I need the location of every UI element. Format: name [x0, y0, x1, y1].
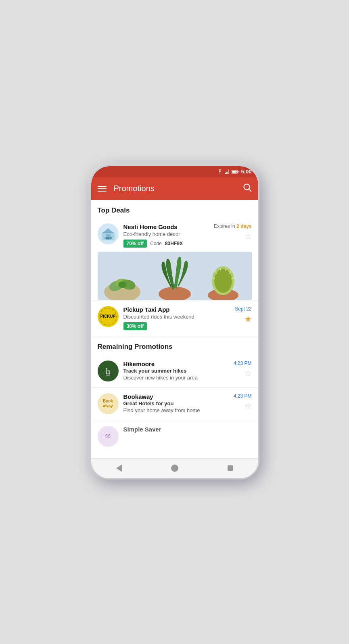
pickup-logo-text: PICKUP	[100, 314, 116, 319]
hikemoore-star[interactable]: ☆	[234, 369, 252, 378]
hikemoore-logo: h	[98, 361, 119, 381]
nesti-star[interactable]: ☆	[214, 231, 251, 241]
back-icon	[116, 465, 122, 472]
simple-saver-name: Simple Saver	[123, 426, 252, 433]
hikemoore-subtitle: Track your summer hikes	[123, 368, 229, 374]
phone-frame: 5:00 Promotions Top Deals	[90, 165, 259, 479]
menu-button[interactable]	[98, 186, 107, 192]
nesti-meta: Expires in 2 days ☆	[214, 223, 251, 241]
pickup-star[interactable]: ★	[235, 314, 251, 324]
bookaway-logo: Book away	[98, 393, 119, 414]
bookaway-desc: Find your home away from home	[123, 407, 229, 413]
simple-saver-info: Simple Saver	[123, 426, 252, 433]
svg-rect-4	[232, 171, 237, 173]
bookaway-meta: 4:23 PM ☆	[234, 393, 252, 411]
hikemoore-name: Hikemoore	[123, 361, 229, 367]
simple-saver-logo: SS	[98, 426, 119, 447]
search-button[interactable]	[243, 183, 252, 194]
recent-button[interactable]	[223, 461, 238, 475]
bookaway-info: Bookaway Great Hotels for you Find your …	[123, 393, 229, 413]
pickup-desc: Discounted rides this weekend	[123, 314, 230, 320]
bottom-nav	[91, 458, 258, 478]
svg-text:NESTI: NESTI	[104, 237, 112, 239]
hikemoore-letter: h	[106, 366, 110, 376]
nesti-logo: NESTI	[98, 223, 119, 244]
svg-marker-1	[226, 172, 228, 174]
pickup-promo-item[interactable]: PICKUP Pickup Taxi App Discounted rides …	[91, 300, 258, 336]
bookaway-name: Bookaway	[123, 393, 229, 400]
svg-rect-5	[238, 171, 239, 172]
signal-icon	[225, 169, 230, 174]
status-bar: 5:00	[91, 166, 258, 177]
home-button[interactable]	[167, 461, 182, 475]
bookaway-star[interactable]: ☆	[234, 401, 252, 411]
svg-point-16	[118, 281, 126, 288]
nesti-image	[98, 252, 252, 300]
svg-marker-2	[228, 169, 229, 174]
nesti-expires: Expires in 2 days	[214, 223, 251, 229]
remaining-promotions-title: Remaining Promotions	[91, 336, 258, 355]
nesti-days: 2 days	[236, 223, 251, 229]
pickup-discount: 30% off	[123, 322, 147, 330]
hikemoore-meta: 4:23 PM ☆	[234, 361, 252, 378]
page-title: Promotions	[114, 184, 243, 193]
nesti-code-label: Code	[150, 241, 162, 246]
pickup-info: Pickup Taxi App Discounted rides this we…	[123, 306, 230, 330]
top-deals-title: Top Deals	[91, 200, 258, 219]
pickup-date: Sept 22	[235, 306, 251, 312]
bookaway-promo-item[interactable]: Book away Bookaway Great Hotels for you …	[91, 388, 258, 420]
nesti-info: Nesti Home Goods Eco-friendly home decor…	[123, 223, 209, 248]
bookaway-subtitle: Great Hotels for you	[123, 400, 229, 406]
hikemoore-promo-item[interactable]: h Hikemoore Track your summer hikes Disc…	[91, 355, 258, 388]
back-button[interactable]	[112, 461, 126, 475]
content-area: Top Deals NESTI Nesti Home Goods E	[91, 200, 258, 458]
bookaway-logo-text: Book away	[103, 399, 113, 408]
svg-marker-0	[225, 173, 226, 174]
svg-line-7	[249, 189, 251, 192]
status-time: 5:00	[241, 169, 251, 175]
pickup-name: Pickup Taxi App	[123, 306, 230, 313]
nesti-discount: 70% off	[123, 240, 147, 248]
bookaway-time: 4:23 PM	[234, 393, 252, 399]
status-icons: 5:00	[217, 169, 251, 175]
pickup-logo: PICKUP	[98, 306, 119, 327]
simple-saver-partial: SS Simple Saver	[91, 420, 258, 449]
nesti-desc: Eco-friendly home decor	[123, 231, 209, 237]
pickup-meta: Sept 22 ★	[235, 306, 251, 324]
top-bar: Promotions	[91, 177, 258, 200]
battery-icon	[232, 170, 239, 174]
hikemoore-desc: Discover new hikes in your area	[123, 375, 229, 381]
hikemoore-time: 4:23 PM	[234, 361, 252, 366]
hikemoore-info: Hikemoore Track your summer hikes Discov…	[123, 361, 229, 381]
svg-point-6	[244, 184, 249, 190]
nesti-name: Nesti Home Goods	[123, 223, 209, 230]
nesti-deal-card[interactable]: NESTI Nesti Home Goods Eco-friendly home…	[91, 219, 258, 300]
nesti-code-value: 83HF9X	[165, 241, 183, 246]
recent-icon	[228, 465, 233, 471]
wifi-icon	[217, 169, 223, 174]
home-icon	[171, 465, 178, 472]
svg-point-20	[214, 269, 232, 293]
